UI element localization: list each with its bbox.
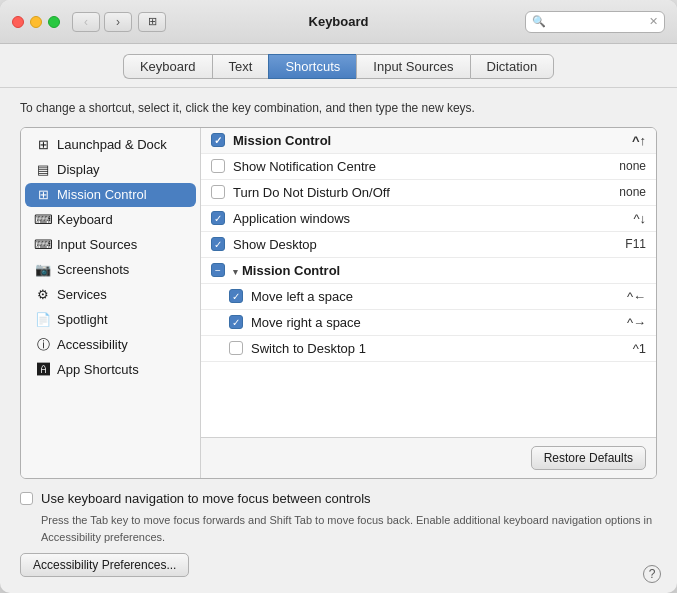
row-key: none: [586, 159, 646, 173]
checkbox-show-desktop[interactable]: ✓: [211, 237, 225, 251]
search-clear-icon[interactable]: ✕: [649, 15, 658, 28]
sidebar-item-accessibility[interactable]: ⓘ Accessibility: [25, 333, 196, 357]
spotlight-icon: 📄: [35, 312, 51, 328]
checkbox-mission-control-sub[interactable]: −: [211, 263, 225, 277]
content: To change a shortcut, select it, click t…: [0, 88, 677, 593]
tabs: Keyboard Text Shortcuts Input Sources Di…: [0, 44, 677, 88]
minimize-button[interactable]: [30, 16, 42, 28]
tab-input-sources[interactable]: Input Sources: [356, 54, 469, 79]
sidebar-item-label: Launchpad & Dock: [57, 137, 167, 152]
launchpad-dock-icon: ⊞: [35, 137, 51, 153]
sidebar: ⊞ Launchpad & Dock ▤ Display ⊞ Mission C…: [21, 128, 201, 478]
sidebar-item-label: Spotlight: [57, 312, 108, 327]
shortcuts-table: ✓ Mission Control ^↑ Show Notification C…: [201, 128, 656, 437]
sidebar-item-label: Services: [57, 287, 107, 302]
window-title: Keyboard: [309, 14, 369, 29]
checkbox-do-not-disturb[interactable]: [211, 185, 225, 199]
table-row[interactable]: ✓ Application windows ^↓: [201, 206, 656, 232]
sidebar-item-label: Accessibility: [57, 337, 128, 352]
traffic-lights: [12, 16, 60, 28]
sidebar-item-label: Input Sources: [57, 237, 137, 252]
sidebar-item-spotlight[interactable]: 📄 Spotlight: [25, 308, 196, 332]
nav-keyboard-row: Use keyboard navigation to move focus be…: [20, 491, 657, 506]
sidebar-item-input-sources[interactable]: ⌨ Input Sources: [25, 233, 196, 257]
row-label: ▾Mission Control: [233, 263, 586, 278]
checkbox-move-right[interactable]: ✓: [229, 315, 243, 329]
nav-buttons: ‹ ›: [72, 12, 132, 32]
row-label: Show Notification Centre: [233, 159, 586, 174]
tab-text[interactable]: Text: [212, 54, 269, 79]
table-row[interactable]: ✓ Show Desktop F11: [201, 232, 656, 258]
right-panel: ✓ Mission Control ^↑ Show Notification C…: [201, 128, 656, 478]
table-row[interactable]: ✓ Move right a space ^→: [201, 310, 656, 336]
table-row[interactable]: Turn Do Not Disturb On/Off none: [201, 180, 656, 206]
main-panel: ⊞ Launchpad & Dock ▤ Display ⊞ Mission C…: [20, 127, 657, 479]
nav-keyboard-description: Press the Tab key to move focus forwards…: [41, 512, 657, 545]
table-row[interactable]: ✓ Mission Control ^↑: [201, 128, 656, 154]
search-icon: 🔍: [532, 15, 546, 28]
help-icon[interactable]: ?: [643, 565, 661, 583]
mission-control-icon: ⊞: [35, 187, 51, 203]
nav-keyboard-checkbox[interactable]: [20, 492, 33, 505]
app-shortcuts-icon: 🅰: [35, 362, 51, 378]
checkbox-mission-control[interactable]: ✓: [211, 133, 225, 147]
helper-text: To change a shortcut, select it, click t…: [20, 100, 657, 117]
sidebar-item-launchpad-dock[interactable]: ⊞ Launchpad & Dock: [25, 133, 196, 157]
row-key: ^←: [586, 289, 646, 304]
row-key: ^1: [586, 341, 646, 356]
sidebar-item-services[interactable]: ⚙ Services: [25, 283, 196, 307]
row-label: Move right a space: [251, 315, 586, 330]
tab-shortcuts[interactable]: Shortcuts: [268, 54, 356, 79]
row-label: Turn Do Not Disturb On/Off: [233, 185, 586, 200]
table-row[interactable]: Switch to Desktop 1 ^1: [201, 336, 656, 362]
triangle-icon: ▾: [233, 267, 238, 277]
search-box[interactable]: 🔍 ✕: [525, 11, 665, 33]
row-key: none: [586, 185, 646, 199]
restore-defaults-row: Restore Defaults: [201, 437, 656, 478]
forward-button[interactable]: ›: [104, 12, 132, 32]
bottom-section: Use keyboard navigation to move focus be…: [20, 491, 657, 577]
checkbox-switch-desktop[interactable]: [229, 341, 243, 355]
table-row[interactable]: ✓ Move left a space ^←: [201, 284, 656, 310]
tab-dictation[interactable]: Dictation: [470, 54, 555, 79]
row-label: Mission Control: [233, 133, 586, 148]
maximize-button[interactable]: [48, 16, 60, 28]
keyboard-preferences-window: ‹ › ⊞ Keyboard 🔍 ✕ Keyboard Text Shortcu…: [0, 0, 677, 593]
titlebar: ‹ › ⊞ Keyboard 🔍 ✕: [0, 0, 677, 44]
table-row[interactable]: − ▾Mission Control: [201, 258, 656, 284]
sidebar-item-display[interactable]: ▤ Display: [25, 158, 196, 182]
row-key: ^↑: [586, 133, 646, 148]
row-label: Application windows: [233, 211, 586, 226]
checkbox-app-windows[interactable]: ✓: [211, 211, 225, 225]
input-sources-icon: ⌨: [35, 237, 51, 253]
grid-button[interactable]: ⊞: [138, 12, 166, 32]
close-button[interactable]: [12, 16, 24, 28]
sidebar-item-mission-control[interactable]: ⊞ Mission Control: [25, 183, 196, 207]
accessibility-preferences-button[interactable]: Accessibility Preferences...: [20, 553, 189, 577]
back-button[interactable]: ‹: [72, 12, 100, 32]
checkbox-show-notification[interactable]: [211, 159, 225, 173]
table-row[interactable]: Show Notification Centre none: [201, 154, 656, 180]
screenshots-icon: 📷: [35, 262, 51, 278]
row-label: Move left a space: [251, 289, 586, 304]
restore-defaults-button[interactable]: Restore Defaults: [531, 446, 646, 470]
sidebar-item-app-shortcuts[interactable]: 🅰 App Shortcuts: [25, 358, 196, 382]
search-input[interactable]: [550, 15, 645, 29]
sidebar-item-label: Screenshots: [57, 262, 129, 277]
sidebar-item-label: Display: [57, 162, 100, 177]
display-icon: ▤: [35, 162, 51, 178]
tab-keyboard[interactable]: Keyboard: [123, 54, 212, 79]
checkbox-move-left[interactable]: ✓: [229, 289, 243, 303]
nav-keyboard-label: Use keyboard navigation to move focus be…: [41, 491, 371, 506]
row-key: F11: [586, 237, 646, 251]
row-label: Show Desktop: [233, 237, 586, 252]
accessibility-icon: ⓘ: [35, 337, 51, 353]
services-icon: ⚙: [35, 287, 51, 303]
sidebar-item-label: App Shortcuts: [57, 362, 139, 377]
row-label: Switch to Desktop 1: [251, 341, 586, 356]
sidebar-item-label: Mission Control: [57, 187, 147, 202]
row-key: ^↓: [586, 211, 646, 226]
sidebar-item-screenshots[interactable]: 📷 Screenshots: [25, 258, 196, 282]
keyboard-icon: ⌨: [35, 212, 51, 228]
sidebar-item-keyboard[interactable]: ⌨ Keyboard: [25, 208, 196, 232]
